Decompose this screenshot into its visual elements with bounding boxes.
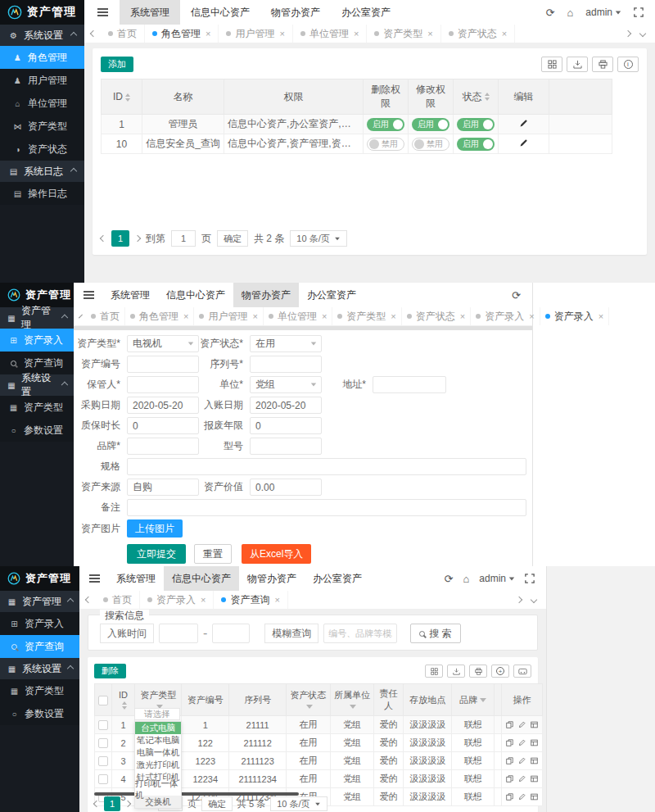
close-icon[interactable]: × <box>274 595 279 605</box>
sidebar-group-asset-management[interactable]: ▦ 资产管理 <box>0 307 74 329</box>
upload-photo-button[interactable]: 上传图片 <box>127 519 183 538</box>
tab-unit-management[interactable]: 单位管理× <box>264 307 332 325</box>
close-icon[interactable]: × <box>201 595 206 605</box>
tab-role-management[interactable]: 角色管理× <box>125 307 194 325</box>
print-icon[interactable] <box>469 665 487 678</box>
nav-office-assets[interactable]: 办公室资产 <box>331 0 401 25</box>
tabs-menu-icon[interactable] <box>531 597 537 603</box>
close-icon[interactable]: × <box>206 29 210 39</box>
filter-columns-icon[interactable] <box>541 57 562 72</box>
dropdown-option[interactable]: 激光打印机 <box>135 759 181 771</box>
tabs-scroll-left[interactable] <box>79 315 83 319</box>
edit-icon[interactable] <box>518 793 526 801</box>
asset-type-select[interactable]: 请选择 <box>134 708 180 720</box>
asset-status-select[interactable]: 在用 <box>250 335 322 352</box>
current-page-button[interactable]: 1 <box>104 796 120 811</box>
detail-icon[interactable] <box>531 757 538 764</box>
tabs-scroll-left[interactable] <box>85 597 92 603</box>
export-icon[interactable] <box>447 665 465 678</box>
close-icon[interactable]: × <box>391 311 395 321</box>
tab-user-management[interactable]: 用户管理× <box>219 25 292 43</box>
next-page-icon[interactable] <box>124 801 131 807</box>
nav-info-center-assets[interactable]: 信息中心资产 <box>158 283 233 307</box>
archive-icon[interactable] <box>513 665 531 678</box>
row-checkbox[interactable] <box>98 774 108 784</box>
source-input[interactable] <box>127 479 199 496</box>
date-to-input[interactable] <box>212 624 250 643</box>
copy-icon[interactable] <box>506 739 513 746</box>
tab-asset-type[interactable]: 资产类型× <box>332 307 401 325</box>
address-input[interactable] <box>373 376 446 393</box>
sidebar-item-asset-type[interactable]: ▦资产类型 <box>0 396 74 419</box>
prev-page-icon[interactable] <box>100 235 106 242</box>
home-icon[interactable]: ⌂ <box>567 7 573 18</box>
keeper-input[interactable] <box>127 376 199 393</box>
detail-icon[interactable] <box>531 775 538 783</box>
horizontal-scrollbar[interactable] <box>94 792 299 796</box>
tab-asset-status[interactable]: 资产状态× <box>441 25 515 43</box>
sidebar-item-parameter-settings[interactable]: ○参数设置 <box>0 419 74 442</box>
edit-pencil-icon[interactable] <box>519 119 528 128</box>
delete-button[interactable]: 删除 <box>94 664 126 678</box>
sidebar-item-user-management[interactable]: ♟用户管理 <box>0 69 84 92</box>
per-page-select[interactable]: 10 条/页 <box>270 796 327 811</box>
close-icon[interactable]: × <box>354 29 359 39</box>
sidebar-group-system-settings[interactable]: ⚙ 系统设置 <box>0 25 84 46</box>
menu-toggle-icon[interactable] <box>84 294 94 296</box>
sidebar-group-system-log[interactable]: ▤ 系统日志 <box>0 161 84 182</box>
tabs-menu-icon[interactable] <box>639 30 646 37</box>
edit-icon[interactable] <box>518 757 526 764</box>
delete-permission-toggle[interactable]: 禁用 <box>367 138 404 151</box>
date-from-input[interactable] <box>159 624 198 643</box>
tab-home[interactable]: 首页 <box>96 591 140 609</box>
brand-input[interactable] <box>127 438 199 455</box>
row-checkbox[interactable] <box>98 738 108 748</box>
dropdown-option[interactable]: 笔记本电脑 <box>135 734 181 746</box>
status-toggle[interactable]: 启用 <box>457 118 495 131</box>
copy-icon[interactable] <box>506 757 513 764</box>
select-all-checkbox[interactable] <box>98 696 108 705</box>
modify-permission-toggle[interactable]: 启用 <box>412 118 449 131</box>
tab-home[interactable]: 首页 <box>101 25 145 43</box>
nav-property-office-assets[interactable]: 物管办资产 <box>233 283 299 307</box>
menu-toggle-icon[interactable] <box>89 578 100 579</box>
scrap-years-input[interactable] <box>250 417 322 434</box>
warranty-input[interactable] <box>127 417 199 434</box>
tab-role-management[interactable]: 角色管理× <box>145 25 219 43</box>
col-id[interactable]: ID <box>102 79 142 115</box>
spec-input[interactable] <box>127 458 526 475</box>
print-icon[interactable] <box>592 57 613 72</box>
copy-icon[interactable] <box>506 793 513 801</box>
close-icon[interactable]: × <box>183 311 188 321</box>
confirm-page-button[interactable]: 确定 <box>201 796 233 811</box>
tabs-scroll-right[interactable] <box>625 30 631 37</box>
fullscreen-icon[interactable] <box>634 7 644 17</box>
edit-icon[interactable] <box>518 739 526 746</box>
detail-icon[interactable] <box>531 739 538 746</box>
add-circle-icon[interactable]: + <box>491 665 509 678</box>
copy-icon[interactable] <box>506 721 513 728</box>
user-menu[interactable]: admin <box>585 7 621 18</box>
nav-system-management[interactable]: 系统管理 <box>120 0 180 25</box>
tabs-scroll-right[interactable] <box>516 597 522 603</box>
edit-icon[interactable] <box>518 775 526 783</box>
sidebar-item-asset-status[interactable]: ◑资产状态 <box>0 138 84 161</box>
price-input[interactable] <box>250 479 322 496</box>
submit-button[interactable]: 立即提交 <box>127 544 186 564</box>
nav-property-office-assets[interactable]: 物管办资产 <box>239 566 305 591</box>
sidebar-item-unit-management[interactable]: ⌂单位管理 <box>0 92 84 115</box>
sidebar-group-system-settings[interactable]: ▦ 系统设置 <box>0 658 79 679</box>
nav-office-assets[interactable]: 办公室资产 <box>299 283 364 307</box>
sidebar-item-asset-type[interactable]: ▦资产类型 <box>0 679 79 702</box>
unit-select[interactable]: 党组 <box>250 376 322 393</box>
status-toggle[interactable]: 启用 <box>457 138 495 151</box>
user-menu[interactable]: admin <box>479 573 515 584</box>
add-button[interactable]: 添加 <box>101 57 133 72</box>
search-button[interactable]: 搜 索 <box>410 624 460 643</box>
sidebar-item-operation-log[interactable]: ▤操作日志 <box>0 182 84 205</box>
tab-asset-status[interactable]: 资产状态× <box>402 307 471 325</box>
tab-asset-entry[interactable]: 资产录入× <box>140 591 214 609</box>
tab-asset-query[interactable]: 资产查询× <box>214 591 287 609</box>
close-icon[interactable]: × <box>427 29 432 39</box>
refresh-icon[interactable]: ⟳ <box>445 574 454 584</box>
